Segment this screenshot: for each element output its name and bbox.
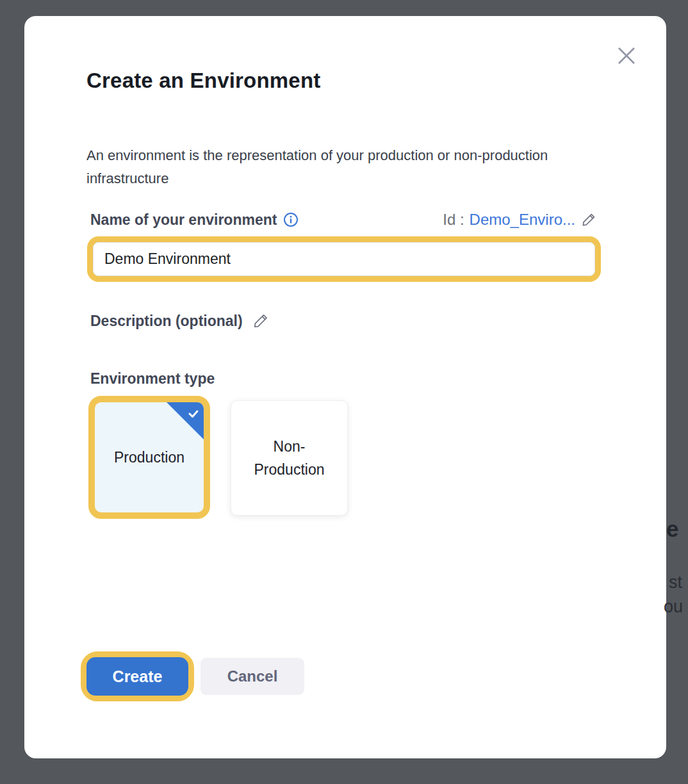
clipped-tooltip-text-fragment-1: st	[669, 573, 682, 592]
create-button[interactable]: Create	[86, 657, 188, 696]
non-production-option-label: Non-Production	[231, 435, 347, 481]
create-button-highlight-ring: Create	[81, 651, 194, 701]
description-field-label: Description (optional)	[90, 313, 243, 330]
pencil-icon[interactable]	[252, 312, 270, 330]
env-type-option-production[interactable]: Production	[88, 396, 210, 519]
dialog-description: An environment is the representation of …	[86, 144, 567, 190]
environment-id: Id : Demo_Enviro...	[443, 211, 597, 229]
production-option-label: Production	[95, 446, 204, 469]
cancel-button[interactable]: Cancel	[201, 658, 304, 695]
page-title: Create an Environment	[86, 69, 320, 93]
close-icon	[615, 44, 638, 67]
name-field-label: Name of your environment	[90, 211, 299, 229]
environment-type-label: Environment type	[90, 370, 215, 388]
id-prefix-label: Id :	[443, 211, 464, 229]
close-button[interactable]	[614, 43, 639, 69]
checkmark-icon	[186, 407, 201, 421]
clipped-tooltip-heading-fragment: e	[666, 516, 678, 542]
name-input-highlight-ring	[87, 236, 601, 282]
create-environment-dialog: Create an Environment An environment is …	[24, 16, 666, 758]
clipped-tooltip-text-fragment-2: ou	[664, 597, 683, 617]
pencil-icon[interactable]	[580, 211, 597, 228]
env-type-option-non-production[interactable]: Non-Production	[231, 400, 348, 516]
id-value-link[interactable]: Demo_Enviro...	[470, 211, 575, 229]
description-field-header: Description (optional)	[90, 312, 270, 330]
environment-name-input[interactable]	[93, 242, 595, 276]
info-circle-icon[interactable]	[283, 212, 299, 227]
name-field-header: Name of your environment Id : Demo_Envir…	[90, 211, 597, 229]
